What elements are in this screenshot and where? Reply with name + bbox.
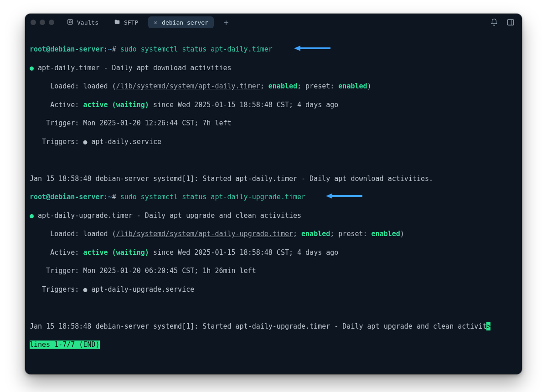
panels-icon[interactable]	[505, 16, 516, 28]
output-line: ● apt-daily.timer - Daily apt download a…	[30, 63, 517, 72]
preset-state: enabled	[372, 230, 400, 238]
output-line: Trigger: Mon 2025-01-20 06:20:45 CST; 1h…	[30, 266, 517, 275]
command-text: sudo systemctl status apt-daily.timer	[120, 45, 273, 53]
tab-label: debian-server	[162, 19, 208, 26]
window-controls	[31, 20, 57, 25]
prompt-path: ~	[108, 193, 112, 201]
vault-icon	[67, 19, 73, 26]
truncation-indicator: >	[486, 322, 490, 330]
svg-marker-7	[326, 193, 332, 199]
unit-file-path: /lib/systemd/system/apt-daily.timer	[116, 82, 260, 90]
folder-icon	[114, 19, 120, 26]
status-dot-icon: ●	[30, 64, 34, 72]
unit-file-path: /lib/systemd/system/apt-daily-upgrade.ti…	[116, 230, 293, 238]
text: ;	[260, 82, 268, 90]
titlebar: Vaults SFTP ✕ debian-server ＋	[25, 14, 522, 31]
prompt-path: ~	[108, 45, 112, 53]
output-line: Loaded: loaded (/lib/systemd/system/apt-…	[30, 82, 517, 91]
svg-point-1	[69, 21, 72, 23]
preset-state: enabled	[338, 82, 367, 90]
command-text: sudo systemctl status apt-daily-upgrade.…	[120, 193, 305, 201]
prompt-sep: :	[104, 45, 108, 53]
loaded-label: Loaded: loaded (	[30, 82, 116, 90]
text: )	[400, 230, 404, 238]
text: ; preset:	[297, 82, 338, 90]
prompt-line: root@debian-server:~# sudo systemctl sta…	[30, 45, 517, 54]
active-since: since Wed 2025-01-15 18:58:48 CST; 4 day…	[149, 101, 338, 109]
close-dot[interactable]	[31, 20, 36, 25]
terminal-body[interactable]: root@debian-server:~# sudo systemctl sta…	[25, 31, 522, 374]
loaded-label: Loaded: loaded (	[30, 230, 116, 238]
svg-rect-2	[507, 20, 514, 25]
svg-rect-0	[68, 19, 73, 24]
output-line: Triggers: ● apt-daily.service	[30, 137, 517, 146]
prompt-line: root@debian-server:~# sudo systemctl sta…	[30, 192, 517, 201]
output-line: Active: active (waiting) since Wed 2025-…	[30, 248, 517, 257]
close-icon[interactable]: ✕	[154, 19, 157, 26]
blank-line	[30, 303, 517, 312]
status-dot-icon: ●	[30, 211, 34, 220]
log-line: Jan 15 18:58:48 debian-server systemd[1]…	[30, 174, 517, 183]
output-line: Trigger: Mon 2025-01-20 12:26:44 CST; 7h…	[30, 119, 517, 128]
annotation-arrow	[326, 192, 362, 200]
prompt-hash: #	[112, 193, 116, 201]
bell-icon[interactable]	[488, 16, 500, 28]
output-line: Loaded: loaded (/lib/systemd/system/apt-…	[30, 229, 517, 238]
active-label: Active:	[30, 248, 83, 257]
unit-title: apt-daily-upgrade.timer - Daily apt upgr…	[38, 211, 301, 220]
active-label: Active:	[30, 101, 83, 109]
prompt-sep: :	[104, 193, 108, 201]
tab-label: SFTP	[124, 19, 138, 26]
pager-text: lines 1-7/7 (END)	[30, 340, 100, 349]
text: ;	[293, 230, 301, 238]
prompt-user: root@debian-server	[30, 193, 104, 201]
blank-line	[30, 155, 517, 165]
new-tab-button[interactable]: ＋	[218, 17, 234, 28]
output-line: Active: active (waiting) since Wed 2025-…	[30, 100, 517, 109]
enabled-state: enabled	[268, 82, 297, 90]
annotation-arrow	[294, 45, 330, 52]
output-line: Triggers: ● apt-daily-upgrade.service	[30, 285, 517, 294]
active-since: since Wed 2025-01-15 18:58:48 CST; 4 day…	[149, 248, 338, 257]
zoom-dot[interactable]	[49, 20, 54, 25]
tab-vaults[interactable]: Vaults	[62, 16, 104, 28]
terminal-window: Vaults SFTP ✕ debian-server ＋	[25, 14, 522, 374]
output-line: ● apt-daily-upgrade.timer - Daily apt up…	[30, 211, 517, 220]
enabled-state: enabled	[301, 230, 330, 238]
text: )	[367, 82, 372, 90]
prompt-hash: #	[112, 45, 116, 53]
tab-active-session[interactable]: ✕ debian-server	[148, 16, 214, 28]
active-state: active (waiting)	[83, 101, 149, 109]
text: ; preset:	[330, 230, 371, 238]
prompt-user: root@debian-server	[30, 45, 104, 53]
minimize-dot[interactable]	[40, 20, 45, 25]
svg-marker-5	[294, 46, 300, 51]
log-text: Jan 15 18:58:48 debian-server systemd[1]…	[30, 322, 486, 330]
pager-status: lines 1-7/7 (END)	[30, 340, 517, 349]
tab-label: Vaults	[77, 19, 98, 26]
active-state: active (waiting)	[83, 248, 149, 257]
tab-sftp[interactable]: SFTP	[108, 16, 144, 28]
unit-title: apt-daily.timer - Daily apt download act…	[38, 64, 231, 72]
log-line: Jan 15 18:58:48 debian-server systemd[1]…	[30, 322, 517, 331]
